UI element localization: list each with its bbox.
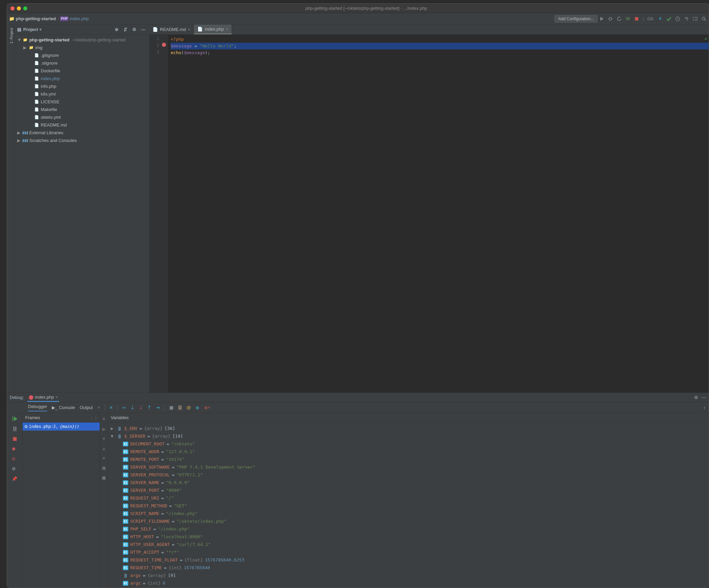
locate-icon[interactable]: ⊕	[115, 27, 120, 32]
hide-debug-icon[interactable]: —	[702, 395, 706, 400]
variable-entry[interactable]: 01 SERVER_NAME = "0.0.0.0"	[108, 479, 709, 486]
breadcrumb-file[interactable]: PHP index.php	[60, 16, 89, 21]
chevron-down-icon[interactable]: ▾	[40, 27, 42, 32]
editor-body[interactable]: 123 ✔ <?php$message = "Hello World";echo…	[149, 35, 709, 393]
tree-extra[interactable]: ▶ ▮▮▮ Scratches and Consoles	[15, 137, 149, 144]
variable-root[interactable]: ▶ ≣ $_ENV = {array} [36]	[108, 424, 709, 432]
close-icon[interactable]: ×	[98, 405, 100, 410]
zoom-window-button[interactable]	[23, 6, 27, 10]
variable-entry[interactable]: 01 SERVER_SOFTWARE = "PHP 7.4.1 Developm…	[108, 463, 709, 471]
variable-entry[interactable]: 01 REQUEST_TIME = {int} 1576785640	[108, 564, 709, 571]
move-up-icon[interactable]: ▲	[102, 446, 106, 451]
debug-settings-icon[interactable]: ⚙	[694, 395, 698, 400]
chevron-right-icon[interactable]: ▶	[17, 138, 21, 143]
add-watch-plus-icon[interactable]: ＋	[102, 416, 106, 422]
hide-pane-icon[interactable]: —	[141, 27, 147, 32]
run-icon[interactable]	[599, 16, 604, 22]
search-everywhere-icon[interactable]	[701, 16, 707, 22]
variable-entry[interactable]: ≣ argv = {array} [0]	[108, 571, 709, 579]
rerun-icon[interactable]	[616, 16, 622, 22]
variable-entry[interactable]: 01 SCRIPT_FILENAME = "/okteto/index.php"	[108, 517, 709, 525]
show-execution-point-icon[interactable]: ≡	[110, 405, 112, 410]
variable-entry[interactable]: 01 REQUEST_TIME_FLOAT = {float} 15767856…	[108, 556, 709, 564]
mute-breakpoints-icon[interactable]: ⊘	[12, 456, 18, 462]
variable-entry[interactable]: 01 HTTP_HOST = "localhost:8080"	[108, 533, 709, 540]
variable-entry[interactable]: 01 SERVER_PROTOCOL = "HTTP/1.1"	[108, 471, 709, 479]
chevron-right-icon[interactable]: ▶	[17, 130, 21, 135]
variable-entry[interactable]: 01 REMOTE_PORT = "34174"	[108, 455, 709, 463]
tree-file[interactable]: 📄 okteto.yml	[15, 113, 149, 121]
variable-entry[interactable]: 01 REQUEST_METHOD = "GET"	[108, 502, 709, 510]
tree-file[interactable]: 📄 .gitignore	[15, 52, 149, 59]
force-step-into-icon[interactable]: ⤓	[139, 405, 143, 410]
tree-dir[interactable]: ▶ 📁 img	[15, 44, 149, 52]
close-icon[interactable]: ×	[188, 27, 190, 32]
minimize-window-button[interactable]	[17, 6, 21, 10]
breakpoint-gutter[interactable]	[161, 35, 168, 393]
debugger-tab[interactable]: Debugger	[28, 404, 47, 412]
editor-tab[interactable]: 📄 index.php ×	[194, 25, 232, 34]
variable-entry[interactable]: 01 HTTP_USER_AGENT = "curl/7.64.1"	[108, 540, 709, 548]
close-icon[interactable]: ×	[226, 27, 228, 32]
step-out-icon[interactable]: ⤒	[148, 405, 151, 410]
evaluate-expression-icon[interactable]: ▦	[169, 405, 174, 410]
prev-frame-icon[interactable]: ↑	[90, 415, 93, 420]
editor-tab[interactable]: 📄 README.md ×	[149, 25, 194, 34]
pause-icon[interactable]	[12, 426, 18, 432]
project-tree[interactable]: ▼ 📁 php-getting-started ~/okteto/php-get…	[15, 35, 149, 393]
variable-entry[interactable]: 01 argc = {int} 0	[108, 579, 709, 587]
code-line[interactable]: <?php	[171, 36, 709, 43]
add-configuration-button[interactable]: Add Configuration...	[554, 15, 598, 23]
breakpoint-icon[interactable]	[162, 43, 166, 47]
git-commit-icon[interactable]	[666, 16, 672, 22]
at-icon[interactable]: @	[186, 405, 191, 410]
frames-list[interactable]: ⧉ index.php:2, {main}()	[23, 422, 100, 430]
stack-frame[interactable]: ⧉ index.php:2, {main}()	[23, 422, 100, 430]
pin-icon[interactable]: 📌	[12, 476, 18, 482]
debug-settings-gear-icon[interactable]: ⚙	[12, 466, 18, 472]
chevron-down-icon[interactable]: ▼	[17, 37, 21, 43]
git-revert-icon[interactable]	[684, 16, 689, 22]
watches-icon[interactable]: ≣	[195, 405, 199, 410]
line-number-gutter[interactable]: 123	[149, 35, 161, 393]
variable-entry[interactable]: 01 HTTP_ACCEPT = "*/*"	[108, 548, 709, 556]
settings-gear-icon[interactable]: ⚙	[132, 27, 138, 32]
variable-entry[interactable]: 01 SERVER_PORT = "8080"	[108, 486, 709, 494]
stop-debug-icon[interactable]	[12, 436, 18, 442]
chevron-icon[interactable]: ▶	[111, 426, 115, 431]
expand-icon[interactable]: ▶	[102, 426, 106, 431]
copy-icon[interactable]: ⧉	[102, 466, 105, 471]
tree-root[interactable]: ▼ 📁 php-getting-started ~/okteto/php-get…	[15, 36, 149, 44]
variable-entry[interactable]: 01 DOCUMENT_ROOT = "/okteto"	[108, 440, 709, 448]
variable-root[interactable]: ▼ ≣ $_SERVER = {array} [19]	[108, 432, 709, 440]
tree-extra[interactable]: ▶ ▮▮▮ External Libraries	[15, 129, 149, 137]
resume-icon[interactable]	[12, 416, 18, 422]
code-line[interactable]: $message = "Hello World";	[171, 43, 709, 50]
collapse-icon[interactable]: ▼	[102, 436, 106, 441]
git-history-icon[interactable]	[675, 16, 680, 22]
variable-entry[interactable]: 01 SCRIPT_NAME = "/index.php"	[108, 510, 709, 517]
split-right-icon[interactable]	[692, 16, 698, 22]
trace-icon[interactable]: ⊙	[178, 405, 182, 410]
debug-icon[interactable]	[608, 16, 613, 22]
layout-settings-icon[interactable]: ⫞	[703, 405, 705, 410]
tree-file[interactable]: 📄 k8s.yml	[15, 90, 149, 98]
console-tab[interactable]: ▶_ Console	[52, 405, 75, 410]
tree-file[interactable]: 📄 Makefile	[15, 106, 149, 113]
show-linked-icon[interactable]: ⌘	[102, 476, 106, 481]
tree-file[interactable]: 📄 .stignore	[15, 59, 149, 67]
tree-file[interactable]: 📄 Dockerfile	[15, 67, 149, 75]
next-frame-icon[interactable]: ↓	[95, 415, 97, 420]
line-number[interactable]: 1	[153, 36, 159, 43]
close-window-button[interactable]	[10, 6, 15, 10]
add-watch-icon[interactable]: ≣+	[204, 405, 210, 410]
chevron-icon[interactable]: ▼	[111, 433, 115, 439]
chevron-right-icon[interactable]: ▶	[23, 45, 27, 50]
stop-icon[interactable]	[634, 16, 639, 22]
line-number[interactable]: 3	[153, 50, 159, 56]
view-breakpoints-icon[interactable]: ◉	[12, 446, 18, 452]
move-down-icon[interactable]: ▼	[102, 456, 106, 461]
line-number[interactable]: 2	[153, 43, 159, 50]
step-into-icon[interactable]: ⤓	[131, 405, 134, 410]
variable-entry[interactable]: 01 REQUEST_URI = "/"	[108, 494, 709, 502]
